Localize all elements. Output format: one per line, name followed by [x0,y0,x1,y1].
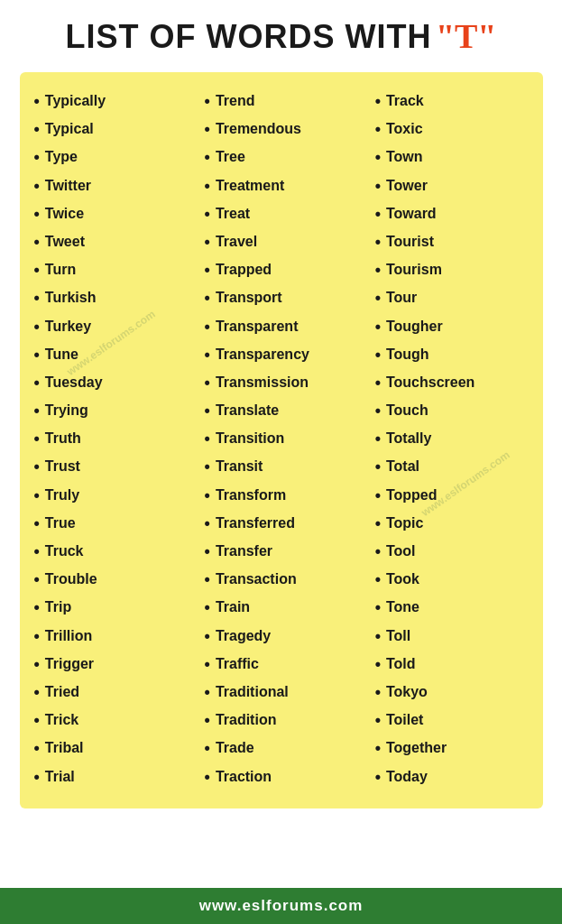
word-label: Tour [386,287,417,309]
word-label: Translate [216,400,279,421]
list-item: •Tourist [375,231,529,254]
word-label: Touch [386,400,428,421]
bullet-icon: • [375,513,381,535]
list-item: •Travel [205,231,358,254]
bullet-icon: • [34,653,40,676]
bullet-icon: • [34,287,40,310]
word-label: Tuesday [45,372,103,393]
bullet-icon: • [34,203,40,226]
word-label: Transfer [216,541,272,562]
list-item: •Tougher [375,316,529,338]
list-item: •Took [375,568,529,591]
list-item: •Truth [34,428,188,450]
bullet-icon: • [375,568,381,591]
word-label: Tree [216,146,245,168]
bullet-icon: • [34,568,40,591]
list-item: •Traction [205,766,358,789]
word-label: Track [386,90,424,112]
bullet-icon: • [205,259,210,282]
bullet-icon: • [205,737,210,760]
bullet-icon: • [205,287,210,310]
list-item: •Traffic [205,653,358,676]
list-item: •Transition [205,428,358,450]
column-3: •Track•Toxic•Town•Tower•Toward•Tourist•T… [375,90,529,794]
word-label: Trillion [45,625,92,647]
word-label: Transmission [216,372,309,393]
bullet-icon: • [205,118,210,141]
bullet-icon: • [205,596,210,619]
word-label: Typical [45,118,94,140]
list-item: •Tradition [205,709,358,732]
bullet-icon: • [375,541,381,563]
bullet-icon: • [375,653,381,676]
list-item: •Toward [375,203,529,226]
list-item: •Turkey [34,316,188,338]
bullet-icon: • [34,513,40,535]
list-item: •Trend [205,90,358,113]
bullet-icon: • [205,316,210,338]
bullet-icon: • [375,456,381,478]
list-item: •Transit [205,456,358,478]
page-header: LIST OF WORDS WITH "T" [0,0,562,65]
content-box: •Typically•Typical•Type•Twitter•Twice•Tw… [20,72,543,808]
word-label: True [45,513,76,534]
header-highlight: "T" [436,17,497,55]
list-item: •Treatment [205,175,358,198]
bullet-icon: • [34,344,40,366]
bullet-icon: • [205,653,210,676]
list-item: •Topped [375,485,529,507]
list-item: •Twitter [34,175,188,198]
bullet-icon: • [34,400,40,422]
word-label: Transport [216,287,282,309]
bullet-icon: • [34,737,40,760]
page-wrapper: LIST OF WORDS WITH "T" •Typically•Typica… [0,0,562,924]
list-item: •Treat [205,203,358,226]
list-item: •Tourism [375,259,529,282]
list-item: •Tour [375,287,529,310]
word-label: Traffic [216,653,259,675]
list-item: •Tremendous [205,118,358,141]
word-label: Travel [216,231,257,253]
bullet-icon: • [375,287,381,310]
word-label: Typically [45,90,106,112]
bullet-icon: • [375,400,381,422]
bullet-icon: • [205,372,210,394]
word-label: Trigger [45,653,94,675]
word-label: Toll [386,625,410,647]
bullet-icon: • [34,709,40,732]
column-1: •Typically•Typical•Type•Twitter•Twice•Tw… [34,90,188,794]
word-label: Treat [216,203,250,225]
list-item: •Trying [34,400,188,422]
list-item: •Trial [34,766,188,789]
bullet-icon: • [205,400,210,422]
bullet-icon: • [205,541,210,563]
list-item: •Typical [34,118,188,141]
list-item: •Transport [205,287,358,310]
word-label: Toward [386,203,437,225]
word-label: Treatment [216,175,284,197]
list-item: •Truck [34,541,188,563]
bullet-icon: • [205,485,210,507]
bullet-icon: • [205,568,210,591]
bullet-icon: • [375,175,381,198]
list-item: •Twice [34,203,188,226]
word-label: Trend [216,90,255,112]
word-label: Truth [45,428,81,449]
bullet-icon: • [34,541,40,563]
list-item: •Tweet [34,231,188,254]
list-item: •Touch [375,400,529,422]
footer-url: www.eslforums.com [199,897,364,914]
bullet-icon: • [34,90,40,113]
word-label: Transparent [216,316,299,337]
page-footer: www.eslforums.com [0,888,562,924]
word-label: Toxic [386,118,423,140]
bullet-icon: • [205,766,210,789]
list-item: •Tower [375,175,529,198]
word-label: Tragedy [216,625,271,647]
word-label: Tried [45,681,79,703]
list-item: •Turkish [34,287,188,310]
bullet-icon: • [375,118,381,141]
list-item: •Together [375,737,529,760]
bullet-icon: • [205,709,210,732]
list-item: •Tone [375,596,529,619]
